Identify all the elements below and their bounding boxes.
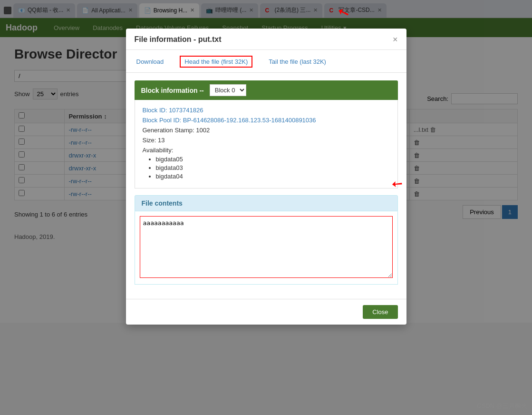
block-pool-id-label: Block Pool ID: xyxy=(143,117,182,124)
size-label: Size: xyxy=(143,137,156,144)
modal-body: Block information -- Block 0 Block ID: 1… xyxy=(126,73,406,299)
availability-node-1: bigdata05 xyxy=(156,156,390,163)
block-id-label: Block ID: xyxy=(143,107,167,114)
download-link[interactable]: Download xyxy=(135,57,166,66)
availability-label: Availability: xyxy=(143,147,390,154)
generation-stamp-label: Generation Stamp: xyxy=(143,127,194,134)
availability-node-2: bigdata03 xyxy=(156,164,390,171)
file-contents-textarea[interactable]: aaaaaaaaaaa xyxy=(140,216,393,278)
modal-close-button[interactable]: × xyxy=(393,35,398,44)
modal-title: File information - put.txt xyxy=(135,35,222,44)
block-info-header: Block information -- Block 0 xyxy=(135,80,398,100)
generation-stamp-value: 1002 xyxy=(196,127,210,134)
modal-header: File information - put.txt × xyxy=(126,29,406,50)
block-id-value: 1073741826 xyxy=(169,107,203,114)
file-contents-body: aaaaaaaaaaa xyxy=(135,211,398,285)
modal-tabs: Download Head the file (first 32K) Tail … xyxy=(126,50,406,73)
modal-overlay[interactable]: ➘ File information - put.txt × Download … xyxy=(0,0,532,323)
block-pool-id-value: BP-614628086-192.168.123.53-168140089103… xyxy=(183,117,316,124)
tail-file-link[interactable]: Tail the file (last 32K) xyxy=(267,57,328,66)
close-modal-button[interactable]: Close xyxy=(363,305,397,319)
availability-list: bigdata05 bigdata03 bigdata04 xyxy=(156,156,390,180)
size-line: Size: 13 xyxy=(143,137,390,144)
block-pool-id-line: Block Pool ID: BP-614628086-192.168.123.… xyxy=(143,117,390,124)
file-contents-section: ➘ File contents aaaaaaaaaaa xyxy=(135,195,398,285)
head-file-link[interactable]: Head the file (first 32K) xyxy=(180,56,252,68)
file-contents-header: File contents xyxy=(135,195,398,211)
file-info-modal: ➘ File information - put.txt × Download … xyxy=(126,29,406,323)
block-select[interactable]: Block 0 xyxy=(210,84,246,96)
block-info-content: Block ID: 1073741826 Block Pool ID: BP-6… xyxy=(135,100,398,188)
availability-node-3: bigdata04 xyxy=(156,173,390,180)
size-value: 13 xyxy=(158,137,164,144)
arrow-1-icon: ➘ xyxy=(335,3,351,23)
modal-footer: Close xyxy=(126,299,406,323)
generation-stamp-line: Generation Stamp: 1002 xyxy=(143,127,390,134)
block-info-title: Block information -- xyxy=(141,87,204,94)
block-id-line: Block ID: 1073741826 xyxy=(143,107,390,114)
